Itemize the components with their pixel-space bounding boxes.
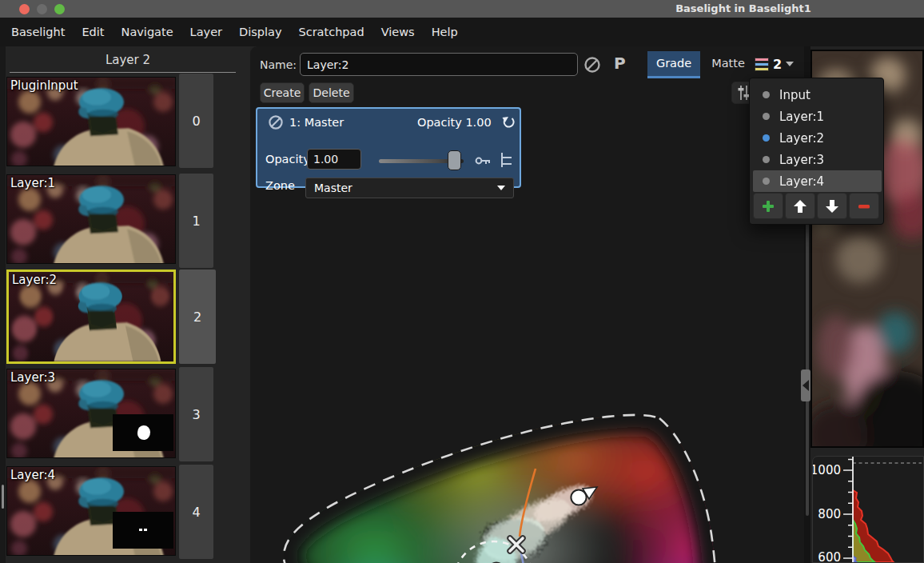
tab-matte[interactable]: Matte xyxy=(705,51,751,78)
window-title: Baselight in Baselight1 xyxy=(631,2,855,14)
matte-preview xyxy=(113,414,173,451)
move-layer-up-button[interactable] xyxy=(785,193,815,219)
opacity-summary: Opacity 1.00 xyxy=(417,116,492,129)
plus-icon xyxy=(761,199,775,214)
histogram-panel[interactable]: 1000 800 600 xyxy=(812,456,924,563)
title-bar: Baselight in Baselight1 xyxy=(0,0,924,18)
layer-number-2[interactable]: 2 xyxy=(179,270,216,364)
minus-icon xyxy=(857,199,871,214)
curve-editor-icon[interactable] xyxy=(500,151,514,169)
reset-icon[interactable] xyxy=(501,115,516,130)
layer-number-4[interactable]: 4 xyxy=(179,465,213,559)
strip-title: 1: Master xyxy=(289,116,344,129)
layer-number-3[interactable]: 3 xyxy=(179,367,213,461)
layer-count-value: 2 xyxy=(773,57,782,72)
menu-navigate[interactable]: Navigate xyxy=(121,26,173,38)
layer-state-dot-active xyxy=(763,134,770,142)
menu-edit[interactable]: Edit xyxy=(82,26,104,38)
matte-dot xyxy=(144,529,147,531)
layer-thumb-3[interactable]: Layer:3 xyxy=(6,369,176,458)
layer-thumb-4[interactable]: Layer:4 xyxy=(6,466,176,556)
zone-value: Master xyxy=(314,182,352,194)
p-flag-button[interactable]: P xyxy=(614,54,626,73)
layer-count-dropdown-button[interactable]: 2 xyxy=(755,53,801,75)
matte-preview xyxy=(113,512,173,549)
triangle-left-icon xyxy=(802,379,810,392)
layer-state-dot xyxy=(763,178,770,185)
delete-button[interactable]: Delete xyxy=(309,82,354,103)
histogram-plot: 1000 800 600 xyxy=(813,457,923,562)
layer-thumb-2-selected[interactable]: Layer:2 xyxy=(6,270,176,364)
chevron-down-icon xyxy=(497,186,505,190)
left-scroll-strip[interactable] xyxy=(0,46,6,563)
layer-thumb-1[interactable]: Layer:1 xyxy=(6,174,176,264)
layer-state-dot xyxy=(763,113,770,120)
layer-stack-sidebar: Layer 2 PluginInput 0 Layer:1 1 Layer:2 … xyxy=(6,46,250,563)
layer-state-dot xyxy=(763,156,770,163)
layer-stack-icon xyxy=(755,58,769,71)
menu-views[interactable]: Views xyxy=(381,26,415,38)
bypass-icon[interactable] xyxy=(268,114,284,130)
opacity-label: Opacity xyxy=(265,153,310,166)
app-window: Baselight in Baselight1 Baselight Edit N… xyxy=(0,0,924,563)
move-layer-down-button[interactable] xyxy=(817,193,847,219)
arrow-down-icon xyxy=(825,199,839,214)
create-button[interactable]: Create xyxy=(260,82,305,103)
menu-display[interactable]: Display xyxy=(239,26,281,38)
minimize-window-icon[interactable] xyxy=(37,4,47,14)
histogram-tick-600: 600 xyxy=(818,550,841,562)
layer-thumb-label: Layer:4 xyxy=(10,468,55,482)
name-label: Name: xyxy=(260,58,297,71)
menu-help[interactable]: Help xyxy=(432,26,458,38)
sidebar-divider xyxy=(10,72,236,73)
layer-thumb-label: Layer:3 xyxy=(10,370,55,385)
menu-scratchpad[interactable]: Scratchpad xyxy=(298,26,364,38)
close-window-icon[interactable] xyxy=(19,4,30,14)
dropdown-item-layer1[interactable]: Layer:1 xyxy=(753,106,882,127)
layer-state-dot xyxy=(763,91,770,98)
grade-main-panel: Name: P Grade Matte 2 Create Delete xyxy=(250,46,804,563)
matte-dot xyxy=(139,529,142,531)
matte-shape xyxy=(137,425,150,440)
zone-select[interactable]: Master xyxy=(305,178,514,198)
layer-thumb-label: Layer:2 xyxy=(12,273,57,287)
bypass-icon[interactable] xyxy=(583,56,601,74)
tab-grade[interactable]: Grade xyxy=(647,51,700,78)
menu-bar: Baselight Edit Navigate Layer Display Sc… xyxy=(0,18,924,46)
collapse-panel-handle[interactable] xyxy=(801,369,810,401)
key-icon[interactable] xyxy=(475,155,492,166)
remove-layer-button[interactable] xyxy=(849,193,879,219)
layer-thumb-plugininput[interactable]: PluginInput xyxy=(6,77,176,166)
layer-select-dropdown: Input Layer:1 Layer:2 Layer:3 Layer:4 xyxy=(749,78,884,225)
dropdown-item-layer4-highlighted[interactable]: Layer:4 xyxy=(753,170,882,192)
chromaticity-gamut-view[interactable] xyxy=(250,224,804,563)
layer-name-input[interactable] xyxy=(300,53,578,76)
dropdown-item-layer2[interactable]: Layer:2 xyxy=(753,127,882,149)
master-layer-strip[interactable]: 1: Master Opacity 1.00 Opacity Zone xyxy=(256,107,521,188)
arrow-up-icon xyxy=(793,199,807,214)
layer-thumb-label: Layer:1 xyxy=(10,176,55,190)
left-scroll-handle[interactable] xyxy=(2,485,4,509)
layer-number-1[interactable]: 1 xyxy=(179,174,213,268)
add-layer-button[interactable] xyxy=(753,193,783,219)
menu-layer[interactable]: Layer xyxy=(190,26,222,38)
opacity-slider-handle[interactable] xyxy=(448,150,461,170)
zone-label: Zone xyxy=(265,179,295,192)
zoom-window-icon[interactable] xyxy=(54,4,65,14)
histogram-tick-1000: 1000 xyxy=(813,463,841,477)
dropdown-item-input[interactable]: Input xyxy=(753,84,882,106)
chevron-down-icon xyxy=(786,62,794,66)
opacity-input[interactable] xyxy=(307,149,361,170)
layer-thumb-label: PluginInput xyxy=(10,78,78,93)
dropdown-item-layer3[interactable]: Layer:3 xyxy=(753,149,882,170)
layer-number-0[interactable]: 0 xyxy=(179,74,213,168)
menu-baselight[interactable]: Baselight xyxy=(11,26,65,38)
sidebar-title: Layer 2 xyxy=(6,53,250,67)
histogram-tick-800: 800 xyxy=(818,507,841,521)
